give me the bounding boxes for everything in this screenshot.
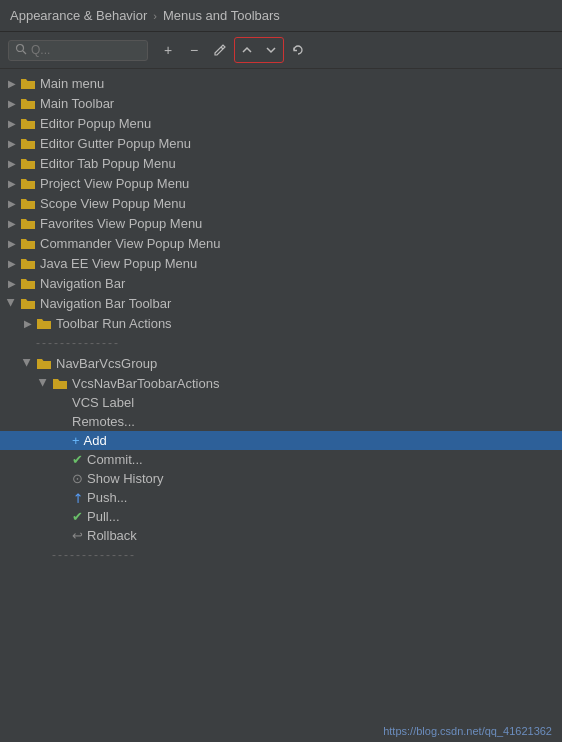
- arrow-icon: ▶: [4, 275, 20, 291]
- separator: --------------: [0, 545, 562, 565]
- arrow-icon: ▶: [4, 95, 20, 111]
- folder-icon: [20, 295, 36, 311]
- folder-icon: [20, 275, 36, 291]
- folder-icon: [20, 255, 36, 271]
- item-label: NavBarVcsGroup: [56, 356, 157, 371]
- item-label: Navigation Bar Toolbar: [40, 296, 171, 311]
- list-item[interactable]: ▶ Favorites View Popup Menu: [0, 213, 562, 233]
- svg-point-0: [17, 44, 24, 51]
- footer-url: https://blog.csdn.net/qq_41621362: [383, 725, 552, 737]
- list-item[interactable]: ▶ VcsNavBarToobarActions: [0, 373, 562, 393]
- item-label: Main menu: [40, 76, 104, 91]
- list-item[interactable]: VCS Label: [0, 393, 562, 412]
- list-item[interactable]: ▶ Editor Popup Menu: [0, 113, 562, 133]
- search-icon: [15, 43, 27, 58]
- arrow-icon: ▶: [20, 315, 36, 331]
- arrow-icon: ▶: [4, 75, 20, 91]
- list-item[interactable]: ▶ Navigation Bar Toolbar: [0, 293, 562, 313]
- item-label: Pull...: [87, 509, 120, 524]
- edit-button[interactable]: [208, 38, 232, 62]
- item-label: Editor Tab Popup Menu: [40, 156, 176, 171]
- breadcrumb-current: Menus and Toolbars: [163, 8, 280, 23]
- list-item[interactable]: ↩ Rollback: [0, 526, 562, 545]
- toolbar: + −: [0, 32, 562, 69]
- push-icon: ↗: [68, 488, 86, 506]
- item-label: Scope View Popup Menu: [40, 196, 186, 211]
- item-label: Remotes...: [72, 414, 135, 429]
- footer: https://blog.csdn.net/qq_41621362: [373, 720, 562, 742]
- item-label: Add: [84, 433, 107, 448]
- item-label: Toolbar Run Actions: [56, 316, 172, 331]
- arrow-icon: ▶: [4, 235, 20, 251]
- move-down-button[interactable]: [259, 38, 283, 62]
- folder-icon: [36, 315, 52, 331]
- folder-icon: [20, 135, 36, 151]
- search-input[interactable]: [31, 43, 141, 57]
- item-label: Project View Popup Menu: [40, 176, 189, 191]
- arrow-icon: ▶: [4, 195, 20, 211]
- folder-icon: [20, 175, 36, 191]
- reset-button[interactable]: [286, 38, 310, 62]
- clock-icon: ⊙: [72, 471, 83, 486]
- list-item[interactable]: ✔ Commit...: [0, 450, 562, 469]
- list-item[interactable]: ▶ Navigation Bar: [0, 273, 562, 293]
- list-item[interactable]: ▶ Commander View Popup Menu: [0, 233, 562, 253]
- arrow-icon: ▶: [4, 155, 20, 171]
- item-label: Navigation Bar: [40, 276, 125, 291]
- pull-icon: ✔: [72, 509, 83, 524]
- folder-icon: [20, 95, 36, 111]
- arrow-icon: ▶: [4, 175, 20, 191]
- item-label: Show History: [87, 471, 164, 486]
- list-item[interactable]: ▶ Scope View Popup Menu: [0, 193, 562, 213]
- add-action-icon: +: [72, 433, 80, 448]
- arrow-icon: ▶: [4, 135, 20, 151]
- list-item[interactable]: Remotes...: [0, 412, 562, 431]
- toolbar-buttons: + −: [156, 37, 310, 63]
- item-label: VcsNavBarToobarActions: [72, 376, 219, 391]
- folder-icon: [52, 375, 68, 391]
- item-label: Java EE View Popup Menu: [40, 256, 197, 271]
- arrow-icon: ▶: [4, 115, 20, 131]
- folder-icon: [20, 75, 36, 91]
- folder-icon: [36, 355, 52, 371]
- list-item[interactable]: ⊙ Show History: [0, 469, 562, 488]
- list-item[interactable]: ▶ NavBarVcsGroup: [0, 353, 562, 373]
- search-box[interactable]: [8, 40, 148, 61]
- item-label: Editor Gutter Popup Menu: [40, 136, 191, 151]
- breadcrumb-parent: Appearance & Behavior: [10, 8, 147, 23]
- commit-icon: ✔: [72, 452, 83, 467]
- item-label: Commander View Popup Menu: [40, 236, 220, 251]
- rollback-icon: ↩: [72, 528, 83, 543]
- item-label: Main Toolbar: [40, 96, 114, 111]
- remove-button[interactable]: −: [182, 38, 206, 62]
- arrow-icon: ▶: [4, 255, 20, 271]
- svg-line-1: [23, 51, 26, 54]
- item-label: VCS Label: [72, 395, 134, 410]
- folder-icon: [20, 235, 36, 251]
- list-item[interactable]: ▶ Java EE View Popup Menu: [0, 253, 562, 273]
- list-item[interactable]: ↗ Push...: [0, 488, 562, 507]
- list-item[interactable]: ✔ Pull...: [0, 507, 562, 526]
- arrow-icon: ▶: [36, 375, 52, 391]
- list-item[interactable]: ▶ Toolbar Run Actions: [0, 313, 562, 333]
- folder-icon: [20, 115, 36, 131]
- breadcrumb-separator: ›: [153, 10, 157, 22]
- arrow-icon: ▶: [4, 295, 20, 311]
- list-item[interactable]: ▶ Editor Tab Popup Menu: [0, 153, 562, 173]
- list-item[interactable]: ▶ Main Toolbar: [0, 93, 562, 113]
- list-item-add[interactable]: + Add: [0, 431, 562, 450]
- add-button[interactable]: +: [156, 38, 180, 62]
- svg-line-2: [221, 47, 223, 49]
- list-item[interactable]: ▶ Project View Popup Menu: [0, 173, 562, 193]
- list-item[interactable]: ▶ Main menu: [0, 73, 562, 93]
- list-item[interactable]: ▶ Editor Gutter Popup Menu: [0, 133, 562, 153]
- folder-icon: [20, 155, 36, 171]
- item-label: Favorites View Popup Menu: [40, 216, 202, 231]
- folder-icon: [20, 195, 36, 211]
- separator: --------------: [0, 333, 562, 353]
- item-label: Push...: [87, 490, 127, 505]
- item-label: Editor Popup Menu: [40, 116, 151, 131]
- header: Appearance & Behavior › Menus and Toolba…: [0, 0, 562, 69]
- move-up-button[interactable]: [235, 38, 259, 62]
- tree-container: ▶ Main menu ▶ Main Toolbar ▶ Editor Popu…: [0, 69, 562, 691]
